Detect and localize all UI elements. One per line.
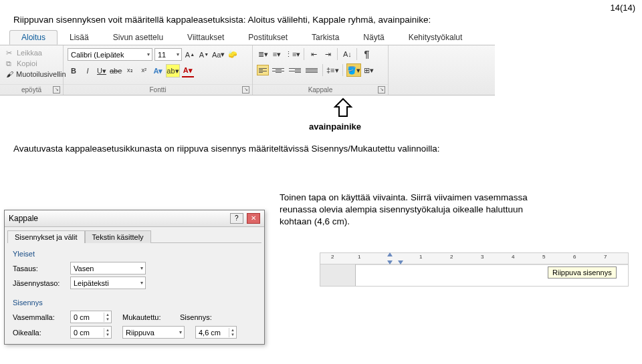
brush-icon: 🖌: [6, 70, 13, 78]
ruler-num: 7: [604, 254, 607, 260]
spin-down-icon[interactable]: ▼: [229, 333, 236, 337]
strikethrough-button[interactable]: abe: [110, 65, 122, 77]
tab-viittaukset[interactable]: Viittaukset: [175, 30, 236, 45]
tab-lisaa[interactable]: Lisää: [58, 30, 101, 45]
bullets-button[interactable]: ≣▾: [257, 48, 269, 60]
right-explanatory-text: Toinen tapa on käyttää viivainta. Siirrä…: [280, 192, 554, 228]
section-yleiset: Yleiset: [13, 250, 256, 258]
tab-nayta[interactable]: Näytä: [351, 30, 396, 45]
text-effects-button[interactable]: A▾: [152, 65, 164, 77]
clipboard-label-text: epöytä: [21, 86, 41, 94]
help-button[interactable]: ?: [230, 213, 243, 224]
copy-label: Kopioi: [17, 59, 37, 67]
font-label-text: Fontti: [149, 86, 166, 94]
tab-kehitystyokalut[interactable]: Kehitystyökalut: [397, 30, 475, 45]
intro-text-1: Riippuvan sisennyksen voit määritellä ka…: [13, 15, 629, 25]
spin-up-icon[interactable]: ▲: [104, 313, 111, 317]
mukautettu-combo[interactable]: Riippuva▾: [122, 326, 185, 339]
italic-button[interactable]: I: [82, 65, 94, 77]
spin-down-icon[interactable]: ▼: [104, 317, 111, 322]
shading-button[interactable]: 🪣▾: [346, 63, 361, 77]
numbering-button[interactable]: ≡▾: [271, 48, 283, 60]
decrease-indent-button[interactable]: ⇤: [308, 48, 320, 60]
copy-icon: ⧉: [6, 59, 14, 67]
first-line-indent-marker[interactable]: [387, 252, 393, 256]
section-sisennys: Sisennys: [13, 299, 256, 307]
font-name-value: Calibri (Leipätek: [71, 51, 124, 59]
jasennystaso-combo[interactable]: Leipäteksti▾: [70, 277, 146, 289]
dialog-titlebar: Kappale ? ✕: [5, 210, 264, 227]
font-name-combo[interactable]: Calibri (Leipätek▾: [68, 48, 152, 61]
ruler-num: 2: [450, 254, 453, 260]
tab-aloitus[interactable]: Aloitus: [9, 30, 58, 45]
superscript-button[interactable]: x²: [138, 64, 150, 76]
clipboard-group: ✂ Leikkaa ⧉ Kopioi 🖌 Muotoilusivellin ep…: [0, 45, 64, 95]
tab-sisennykset[interactable]: Sisennykset ja välit: [7, 230, 85, 243]
align-center-button[interactable]: [271, 64, 286, 76]
label-vasemmalla: Vasemmalla:: [13, 313, 70, 321]
highlight-button[interactable]: ab▾: [166, 64, 179, 77]
hanging-indent-marker[interactable]: [387, 260, 393, 264]
ruler-num: 1: [358, 254, 360, 260]
close-button[interactable]: ✕: [247, 213, 260, 224]
font-color-button[interactable]: A▾: [182, 64, 194, 77]
spin-up-icon[interactable]: ▲: [229, 328, 236, 333]
spin-up-icon[interactable]: ▲: [104, 328, 111, 333]
chevron-down-icon: ▾: [140, 265, 143, 271]
vasemmalla-spinner[interactable]: 0 cm ▲▼: [70, 311, 112, 323]
tab-sivun-asettelu[interactable]: Sivun asettelu: [101, 30, 175, 45]
font-size-combo[interactable]: 11▾: [154, 48, 182, 61]
page-number: 14(14): [610, 3, 635, 13]
clear-formatting-button[interactable]: 🧽: [227, 49, 239, 61]
ruler-num: 6: [573, 254, 576, 260]
font-group: Calibri (Leipätek▾ 11▾ A▲ A▼ Aa▾ 🧽 B I U…: [64, 45, 253, 95]
spin-down-icon[interactable]: ▼: [104, 333, 111, 337]
paragraph-group: ≣▾ ≡▾ ⋮≡▾ ⇤ ⇥ A↓ ¶ ‡≡▾: [253, 45, 389, 95]
ruler-num: 5: [542, 254, 545, 260]
ruler-num: 1: [419, 254, 422, 260]
format-painter-button[interactable]: 🖌 Muotoilusivellin: [4, 69, 59, 79]
label-tasaus: Tasaus:: [13, 264, 70, 272]
sort-button[interactable]: A↓: [341, 48, 353, 60]
chevron-down-icon: ▾: [140, 280, 143, 286]
chevron-down-icon: ▾: [102, 67, 106, 75]
increase-indent-button[interactable]: ⇥: [322, 48, 334, 60]
line-spacing-button[interactable]: ‡≡▾: [326, 64, 339, 76]
ribbon-tabs: Aloitus Lisää Sivun asettelu Viittaukset…: [9, 30, 495, 45]
tab-tekstin-kasittely[interactable]: Tekstin käsittely: [85, 230, 151, 243]
chevron-down-icon: ▾: [147, 51, 150, 57]
align-left-button[interactable]: [257, 65, 269, 75]
oikealla-spinner[interactable]: 0 cm ▲▼: [70, 326, 112, 339]
borders-button[interactable]: ⊞▾: [363, 64, 375, 76]
show-marks-button[interactable]: ¶: [360, 48, 372, 60]
bold-button[interactable]: B: [68, 65, 80, 77]
left-indent-marker[interactable]: [398, 260, 403, 264]
label-jasennystaso: Jäsennystaso:: [13, 279, 70, 287]
paragraph-launcher-icon[interactable]: ↘: [378, 86, 385, 94]
clipboard-launcher-icon[interactable]: ↘: [53, 86, 60, 94]
multilevel-list-button[interactable]: ⋮≡▾: [285, 48, 300, 60]
label-sisennys: Sisennys:: [180, 313, 216, 321]
underline-button[interactable]: U▾: [96, 65, 108, 77]
copy-button[interactable]: ⧉ Kopioi: [4, 59, 59, 68]
up-arrow-icon: [332, 97, 354, 118]
change-case-button[interactable]: Aa▾: [212, 49, 225, 61]
tasaus-combo[interactable]: Vasen▾: [70, 262, 146, 275]
ruler-num: 3: [481, 254, 484, 260]
tab-tarkista[interactable]: Tarkista: [300, 30, 351, 45]
subscript-button[interactable]: x₂: [124, 64, 136, 76]
justify-button[interactable]: [304, 64, 319, 76]
cut-button[interactable]: ✂ Leikkaa: [4, 48, 59, 57]
sisennys-spinner[interactable]: 4,6 cm ▲▼: [195, 326, 237, 339]
tab-postitukset[interactable]: Postitukset: [236, 30, 300, 45]
ribbon-screenshot: Aloitus Lisää Sivun asettelu Viittaukset…: [0, 30, 495, 96]
font-launcher-icon[interactable]: ↘: [242, 86, 249, 94]
ruler-bar[interactable]: 2 1 1 2 3 4 5 6 7: [320, 253, 628, 264]
grow-font-button[interactable]: A▲: [184, 49, 196, 61]
align-right-button[interactable]: [288, 64, 302, 76]
dialog-title-text: Kappale: [9, 214, 38, 223]
cut-label: Leikkaa: [17, 49, 42, 57]
font-group-label: Fontti ↘: [64, 84, 252, 95]
format-label: Muotoilusivellin: [16, 70, 66, 78]
shrink-font-button[interactable]: A▼: [198, 49, 210, 61]
